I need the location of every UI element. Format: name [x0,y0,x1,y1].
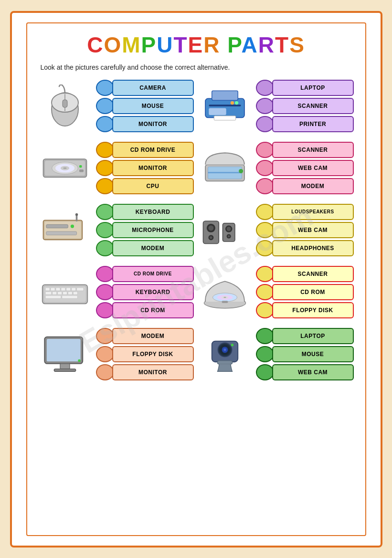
pill-circle [256,266,274,282]
pill-circle [96,266,114,282]
pill-circle [96,178,114,194]
pill-label: HEADPHONES [272,240,354,256]
options-ex10: LAPTOP MOUSE WEB CAM [256,328,354,380]
option-pill[interactable]: KEYBOARD [96,284,194,300]
option-pill[interactable]: MICROPHONE [96,222,194,238]
svg-rect-54 [73,292,77,295]
option-pill[interactable]: MOUSE [96,98,194,114]
option-pill[interactable]: CAMERA [96,80,194,96]
option-pill[interactable]: LAPTOP [256,328,354,344]
option-pill[interactable]: CD ROM DRIVE [96,266,194,282]
option-pill[interactable]: LOUDSPEAKERS [256,204,354,220]
svg-point-26 [70,225,74,228]
exercises-grid: CAMERA MOUSE MONITOR [39,80,354,380]
svg-rect-3 [63,100,67,107]
pill-label: CD ROM DRIVE [112,266,194,282]
pill-circle [96,284,114,300]
option-pill[interactable]: MODEM [96,328,194,344]
pill-label: MODEM [112,240,194,256]
option-pill[interactable]: MONITOR [96,160,194,176]
icon-monitor [39,335,91,374]
options-ex8: SCANNER CD ROM FLOPPY DISK [256,266,354,318]
svg-point-73 [231,344,233,346]
option-pill[interactable]: HEADPHONES [256,240,354,256]
svg-rect-10 [209,108,226,115]
option-pill[interactable]: WEB CAM [256,222,354,238]
pill-circle [256,302,274,318]
options-ex2: LAPTOP SCANNER PRINTER [256,80,354,132]
page: COMPUTER PARTS Look at the pictures care… [10,11,382,547]
pill-circle [256,222,274,238]
pill-label: KEYBOARD [112,204,194,220]
pill-circle [256,80,274,96]
svg-point-32 [208,225,213,231]
exercise-1: CAMERA MOUSE MONITOR [39,80,194,132]
exercise-2: LAPTOP SCANNER PRINTER [199,80,354,132]
pill-label: MICROPHONE [112,222,194,238]
option-pill[interactable]: MODEM [256,178,354,194]
svg-rect-44 [55,287,60,290]
option-pill[interactable]: MONITOR [96,364,194,380]
pill-circle [256,204,274,220]
options-ex3: CD ROM DRIVE MONITOR CPU [96,142,194,194]
svg-point-61 [223,296,226,298]
icon-mouse [39,84,91,127]
option-pill[interactable]: MONITOR [96,116,194,132]
icon-cd-drive [39,150,91,185]
option-pill[interactable]: SCANNER [256,142,354,158]
svg-rect-25 [46,225,67,228]
exercise-8: SCANNER CD ROM FLOPPY DISK [199,266,354,318]
option-pill[interactable]: LAPTOP [256,80,354,96]
pill-label: FLOPPY DISK [272,302,354,318]
svg-rect-56 [62,295,77,298]
option-pill[interactable]: CD ROM DRIVE [96,142,194,158]
pill-label: WEB CAM [272,364,354,380]
pill-label: FLOPPY DISK [112,346,194,362]
page-title: COMPUTER PARTS [39,32,354,58]
svg-point-37 [226,227,231,231]
pill-circle [256,284,274,300]
option-pill[interactable]: CD ROM [96,302,194,318]
svg-rect-50 [52,292,56,295]
pill-circle [256,160,274,176]
pill-label: WEB CAM [272,160,354,176]
option-pill[interactable]: SCANNER [256,266,354,282]
exercise-4: SCANNER WEB CAM MODEM [199,142,354,194]
pill-label: MONITOR [112,160,194,176]
option-pill[interactable]: SCANNER [256,98,354,114]
option-pill[interactable]: FLOPPY DISK [256,302,354,318]
option-pill[interactable]: WEB CAM [256,364,354,380]
svg-point-29 [75,213,77,216]
option-pill[interactable]: CPU [96,178,194,194]
pill-label: CPU [112,178,194,194]
svg-rect-5 [212,91,238,100]
option-pill[interactable]: WEB CAM [256,160,354,176]
pill-label: MOUSE [112,98,194,114]
options-ex4: SCANNER WEB CAM MODEM [256,142,354,194]
option-pill[interactable]: FLOPPY DISK [96,346,194,362]
pill-circle [256,178,274,194]
pill-circle [96,240,114,256]
options-ex6: LOUDSPEAKERS WEB CAM HEADPHONES [256,204,354,256]
pill-circle [96,346,114,362]
options-ex1: CAMERA MOUSE MONITOR [96,80,194,132]
pill-circle [256,98,274,114]
svg-rect-74 [217,360,232,364]
pill-label: MONITOR [112,364,194,380]
option-pill[interactable]: CD ROM [256,284,354,300]
svg-point-9 [230,101,233,105]
option-pill[interactable]: MODEM [96,240,194,256]
svg-rect-52 [63,292,67,295]
svg-rect-67 [54,368,75,371]
pill-circle [96,98,114,114]
options-ex5: KEYBOARD MICROPHONE MODEM [96,204,194,256]
option-pill[interactable]: PRINTER [256,116,354,132]
svg-rect-24 [44,221,81,238]
pill-label: MOUSE [272,346,354,362]
pill-label: LAPTOP [272,80,354,96]
page-inner: COMPUTER PARTS Look at the pictures care… [26,22,366,536]
pill-circle [96,116,114,132]
option-pill[interactable]: MOUSE [256,346,354,362]
pill-circle [256,346,274,362]
option-pill[interactable]: KEYBOARD [96,204,194,220]
